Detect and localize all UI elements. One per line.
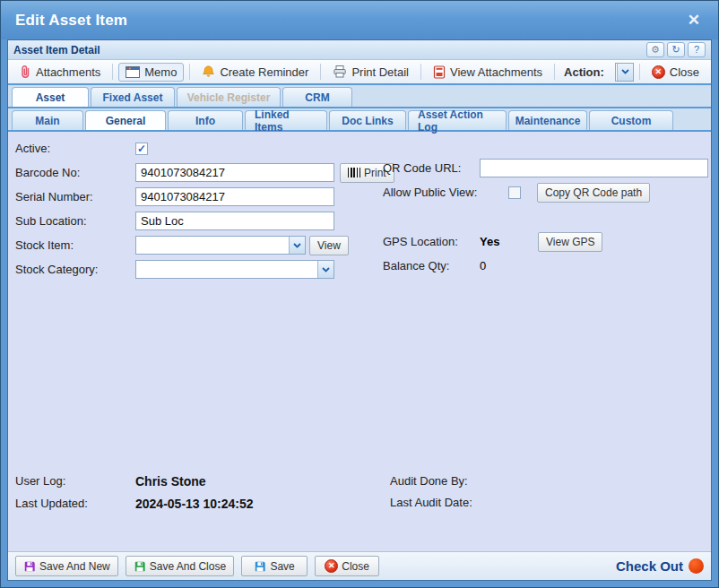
balance-label: Balance Qty: (383, 259, 480, 272)
paperclip-icon (20, 65, 31, 79)
tab-maintenance[interactable]: Maintenance (508, 110, 587, 130)
toolbar-separator (554, 64, 555, 80)
print-detail-button[interactable]: Print Detail (326, 63, 415, 81)
stock-category-select[interactable] (135, 260, 334, 279)
allow-public-label: Allow Public View: (383, 186, 508, 199)
toolbar-separator (639, 64, 640, 80)
view-attachments-button[interactable]: View Attachments (427, 64, 549, 81)
tab-linked-items[interactable]: Linked Items (245, 110, 327, 130)
sub-location-input[interactable]: Sub Loc (135, 212, 334, 230)
qr-url-input[interactable] (480, 159, 708, 177)
tab-asset-action-log[interactable]: Asset Action Log (408, 110, 507, 130)
last-audit-date-row: Last Audit Date: (390, 496, 510, 509)
sub-location-label: Sub Location: (15, 214, 135, 228)
save-button[interactable]: Save (241, 556, 308, 576)
serial-input[interactable]: 9401073084217 (135, 187, 334, 206)
audit-done-by-row: Audit Done By: (390, 474, 510, 488)
dialog-frame: Asset Item Detail ⚙ ↻ ? Attachments Memo (7, 39, 712, 581)
action-select[interactable] (615, 63, 634, 82)
balance-row: Balance Qty: 0 (383, 256, 711, 275)
panel-title: Asset Item Detail (13, 44, 100, 56)
barcode-label: Barcode No: (15, 166, 135, 179)
close-button[interactable]: ✕ Close (315, 556, 379, 576)
window-title: Edit Asset Item (15, 12, 127, 30)
toolbar-close-label: Close (670, 65, 699, 79)
memo-button[interactable]: Memo (118, 63, 184, 82)
serial-label: Serial Number: (15, 190, 135, 203)
refresh-icon[interactable]: ↻ (667, 42, 685, 57)
view-button[interactable]: View (309, 236, 349, 255)
toolbar-separator (189, 64, 190, 80)
create-reminder-button[interactable]: Create Reminder (195, 63, 315, 81)
save-and-new-button[interactable]: Save And New (15, 556, 118, 576)
active-checkbox[interactable]: ✓ (135, 143, 148, 155)
qr-url-label: QR Code URL: (383, 161, 480, 175)
tab-doc-links[interactable]: Doc Links (329, 110, 406, 130)
audit-right-column: Audit Done By: Last Audit Date: (390, 474, 510, 517)
close-icon: ✕ (325, 559, 338, 573)
view-attachments-label: View Attachments (450, 65, 542, 79)
user-log-label: User Log: (15, 474, 135, 489)
save-and-close-button[interactable]: Save And Close (126, 556, 234, 576)
toolbar-close-button[interactable]: ✕ Close (645, 64, 706, 81)
edit-asset-item-dialog: Edit Asset Item ✕ Asset Item Detail ⚙ ↻ … (0, 0, 719, 588)
floppy-purple-icon (23, 560, 36, 573)
toolbar-separator (112, 64, 113, 80)
last-audit-date-label: Last Audit Date: (390, 496, 510, 509)
barcode-icon (348, 168, 360, 177)
attachments-button[interactable]: Attachments (13, 63, 107, 81)
save-and-close-label: Save And Close (150, 560, 226, 573)
barcode-input[interactable]: 9401073084217 (135, 163, 334, 182)
primary-tab-row: Asset Fixed Asset Vehicle Register CRM (8, 85, 711, 108)
action-label: Action: (560, 65, 604, 79)
settings-icon[interactable]: ⚙ (646, 42, 664, 57)
allow-public-checkbox[interactable] (508, 186, 521, 199)
qr-url-row: QR Code URL: (383, 159, 711, 177)
check-out-status-icon (689, 558, 704, 574)
floppy-blue-icon (254, 560, 266, 573)
tab-custom[interactable]: Custom (589, 110, 673, 130)
last-updated-label: Last Updated: (15, 497, 135, 511)
attachment-document-icon (433, 65, 446, 79)
chevron-down-icon (317, 261, 334, 278)
stock-item-label: Stock Item: (15, 238, 135, 252)
title-bar: Edit Asset Item ✕ (1, 1, 718, 39)
user-log-value: Chris Stone (135, 474, 206, 489)
gps-label: GPS Location: (383, 235, 480, 248)
right-column: QR Code URL: Allow Public View: Copy QR … (383, 139, 711, 281)
create-reminder-label: Create Reminder (220, 65, 308, 79)
balance-value: 0 (480, 259, 486, 272)
audit-done-by-label: Audit Done By: (390, 474, 510, 488)
toolbar-separator (420, 64, 421, 80)
check-out-button[interactable]: Check Out (616, 558, 704, 574)
audit-block: User Log: Chris Stone Last Updated: 2024… (15, 474, 711, 519)
view-gps-button[interactable]: View GPS (538, 232, 602, 252)
close-icon: ✕ (652, 65, 665, 79)
memo-label: Memo (144, 65, 177, 79)
tab-asset[interactable]: Asset (12, 87, 89, 107)
save-and-new-label: Save And New (39, 560, 110, 573)
tab-main[interactable]: Main (12, 110, 83, 130)
tab-crm[interactable]: CRM (282, 87, 352, 107)
toolbar-separator (320, 64, 321, 80)
printer-icon (333, 65, 347, 79)
view-button-label: View (317, 239, 341, 252)
window-close-icon[interactable]: ✕ (684, 11, 704, 30)
secondary-tab-row: Main General Info Linked Items Doc Links… (8, 108, 711, 132)
tab-vehicle-register: Vehicle Register (177, 87, 281, 107)
gps-value: Yes (480, 235, 538, 248)
gps-row: GPS Location: Yes View GPS (383, 232, 711, 251)
tab-fixed-asset[interactable]: Fixed Asset (91, 87, 175, 107)
tab-info[interactable]: Info (168, 110, 243, 130)
check-out-label: Check Out (616, 558, 683, 574)
user-log-row: User Log: Chris Stone (15, 474, 711, 489)
memo-icon (126, 66, 140, 78)
panel-header: Asset Item Detail ⚙ ↻ ? (8, 40, 711, 60)
form-area: Active: ✓ Barcode No: 9401073084217 Prin… (8, 132, 711, 551)
stock-item-select[interactable] (135, 236, 306, 255)
help-icon[interactable]: ? (688, 42, 706, 57)
attachments-label: Attachments (36, 65, 100, 79)
copy-qr-path-button[interactable]: Copy QR Code path (537, 183, 650, 203)
save-button-label: Save (270, 560, 294, 573)
tab-general[interactable]: General (85, 110, 166, 130)
